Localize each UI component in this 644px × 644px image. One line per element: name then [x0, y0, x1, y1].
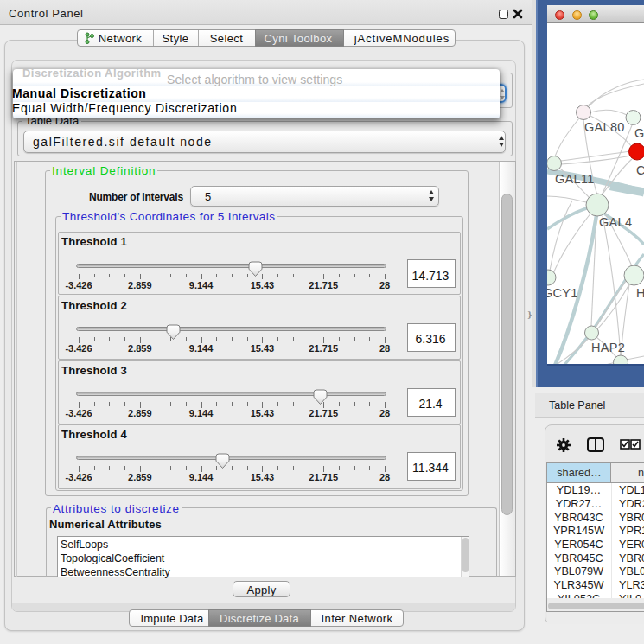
svg-text:GAL80: GAL80: [584, 120, 625, 134]
svg-text:C: C: [636, 163, 644, 177]
svg-text:HAP2: HAP2: [591, 341, 625, 354]
svg-text:GAL11: GAL11: [555, 172, 595, 186]
svg-text:H: H: [636, 286, 644, 300]
svg-text:GCY1: GCY1: [547, 286, 578, 300]
svg-text:GAL4: GAL4: [599, 215, 632, 229]
svg-text:GA: GA: [634, 126, 644, 140]
